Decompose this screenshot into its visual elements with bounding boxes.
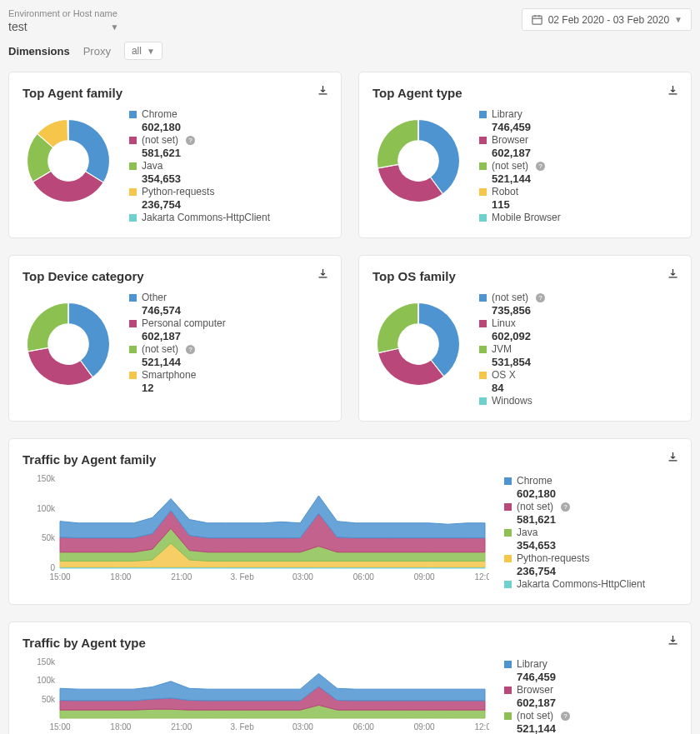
download-button[interactable]	[667, 84, 679, 99]
legend-item[interactable]: Python-requests	[504, 552, 678, 564]
legend-item[interactable]: Chrome	[129, 108, 328, 120]
legend-value: 354,653	[517, 539, 678, 552]
proxy-selector[interactable]: all ▼	[124, 42, 162, 60]
legend-swatch	[129, 137, 137, 144]
chevron-down-icon: ▼	[674, 15, 682, 24]
legend-swatch	[479, 137, 487, 144]
legend-swatch	[504, 555, 512, 562]
legend-swatch	[129, 320, 137, 327]
legend-item[interactable]: Jakarta Commons-HttpClient	[504, 578, 678, 590]
legend-item[interactable]: (not set)?	[129, 343, 328, 355]
donut-chart	[372, 298, 464, 390]
legend-swatch	[479, 346, 487, 353]
legend-item[interactable]: Jakarta Commons-HttpClient	[129, 212, 328, 223]
legend-item[interactable]: OS X	[479, 369, 678, 381]
svg-text:0: 0	[50, 563, 55, 572]
legend-label: Chrome	[517, 475, 552, 487]
help-icon[interactable]: ?	[561, 502, 570, 512]
svg-text:03:00: 03:00	[292, 722, 313, 732]
legend-item[interactable]: Other	[129, 292, 328, 303]
legend-item[interactable]: Java	[129, 160, 328, 172]
legend-item[interactable]: Library	[479, 108, 678, 120]
legend-value: 602,180	[517, 487, 678, 500]
svg-text:18:00: 18:00	[110, 722, 131, 732]
legend-swatch	[504, 477, 512, 485]
download-button[interactable]	[317, 267, 329, 282]
legend-item[interactable]: (not set)?	[504, 710, 678, 722]
legend-item[interactable]: Personal computer	[129, 317, 328, 329]
svg-text:06:00: 06:00	[353, 572, 374, 582]
help-icon[interactable]: ?	[186, 136, 195, 145]
legend: Chrome602,180(not set)?581,621Java354,65…	[504, 475, 678, 591]
card-title: Top OS family	[372, 269, 678, 283]
download-icon	[667, 267, 679, 280]
legend-item[interactable]: (not set)?	[479, 160, 678, 172]
download-button[interactable]	[667, 267, 679, 282]
legend-value: 602,187	[492, 147, 678, 159]
topbar: Environment or Host name test ▼ 02 Feb 2…	[8, 8, 692, 33]
tab-proxy[interactable]: Proxy	[83, 45, 111, 57]
legend-label: Python-requests	[517, 552, 589, 564]
legend-item[interactable]: Mobile Browser	[479, 212, 678, 223]
date-range-picker[interactable]: 02 Feb 2020 - 03 Feb 2020 ▼	[522, 8, 692, 31]
legend-item[interactable]: (not set)?	[504, 501, 678, 512]
legend-item[interactable]: (not set)?	[129, 134, 328, 146]
help-icon[interactable]: ?	[561, 712, 570, 721]
download-button[interactable]	[317, 84, 329, 99]
legend-label: Chrome	[142, 108, 178, 120]
help-icon[interactable]: ?	[536, 293, 545, 302]
tabbar: Dimensions Proxy all ▼	[8, 42, 692, 60]
download-icon	[317, 267, 329, 280]
legend-swatch	[479, 162, 487, 170]
svg-text:12:00: 12:00	[474, 572, 489, 582]
legend-item[interactable]: Browser	[504, 684, 678, 696]
legend-item[interactable]: Smartphone	[129, 369, 328, 381]
legend-item[interactable]: Linux	[479, 317, 678, 329]
download-icon	[667, 634, 679, 647]
svg-text:18:00: 18:00	[110, 572, 131, 582]
chevron-down-icon: ▼	[111, 22, 119, 32]
help-icon[interactable]: ?	[536, 162, 545, 171]
legend: Library746,459Browser602,187(not set)?52…	[504, 658, 678, 734]
legend-item[interactable]: Windows	[479, 395, 678, 407]
legend-swatch	[129, 346, 137, 353]
download-button[interactable]	[667, 634, 679, 649]
card-title: Traffic by Agent family	[22, 452, 678, 467]
download-button[interactable]	[667, 451, 679, 466]
legend-label: Java	[517, 527, 538, 538]
legend: Chrome602,180(not set)?581,621Java354,65…	[129, 108, 328, 224]
legend: Library746,459Browser602,187(not set)?52…	[479, 108, 678, 224]
legend-item[interactable]: Chrome	[504, 475, 678, 487]
svg-text:06:00: 06:00	[353, 722, 374, 732]
card-title: Top Agent family	[22, 86, 328, 100]
legend-swatch	[504, 687, 512, 694]
card-agent-type: Top Agent type Library746,459Browser602,…	[358, 72, 692, 238]
legend-value: 354,653	[142, 172, 328, 185]
legend-item[interactable]: (not set)?	[479, 292, 678, 303]
legend-swatch	[479, 111, 487, 118]
legend-swatch	[129, 162, 137, 170]
legend-label: Java	[142, 160, 162, 172]
tab-dimensions[interactable]: Dimensions	[8, 45, 70, 57]
card-agent-family: Top Agent family Chrome602,180(not set)?…	[8, 72, 342, 238]
legend-swatch	[504, 661, 512, 668]
help-icon[interactable]: ?	[186, 345, 195, 354]
legend-item[interactable]: JVM	[479, 343, 678, 355]
svg-text:15:00: 15:00	[49, 722, 70, 732]
svg-text:50k: 50k	[42, 695, 56, 704]
card-os-family: Top OS family (not set)?735,856Linux602,…	[358, 255, 692, 422]
legend-item[interactable]: Library	[504, 658, 678, 670]
legend-swatch	[504, 529, 512, 537]
calendar-icon	[531, 13, 543, 26]
env-selector[interactable]: Environment or Host name test ▼	[8, 8, 118, 33]
download-icon	[667, 451, 679, 463]
legend-item[interactable]: Python-requests	[129, 186, 328, 197]
legend-item[interactable]: Browser	[479, 134, 678, 146]
svg-text:21:00: 21:00	[171, 722, 192, 732]
card-title: Traffic by Agent type	[22, 636, 678, 650]
legend-value: 521,144	[142, 356, 328, 368]
legend-item[interactable]: Robot	[479, 186, 678, 197]
legend-label: (not set)	[492, 292, 528, 303]
legend-item[interactable]: Java	[504, 527, 678, 538]
donut-chart	[372, 115, 464, 207]
